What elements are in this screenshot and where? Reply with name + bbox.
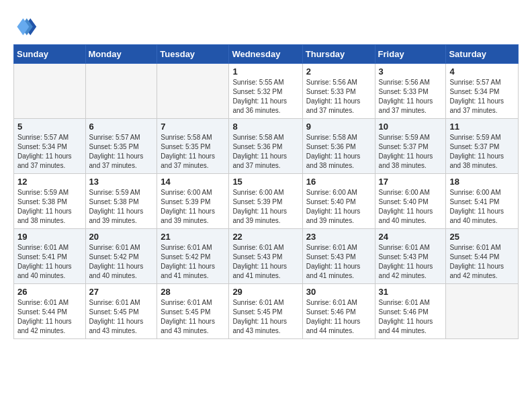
day-info: Sunrise: 5:57 AM Sunset: 5:34 PM Dayligh… [17,133,82,171]
day-info: Sunrise: 6:00 AM Sunset: 5:39 PM Dayligh… [161,188,225,226]
calendar-cell: 29Sunrise: 6:01 AM Sunset: 5:45 PM Dayli… [229,284,302,339]
calendar-cell [446,284,519,339]
calendar-cell: 26Sunrise: 6:01 AM Sunset: 5:44 PM Dayli… [14,284,86,339]
day-number: 27 [89,287,154,297]
day-number: 6 [89,122,154,132]
day-info: Sunrise: 5:59 AM Sunset: 5:37 PM Dayligh… [379,133,443,171]
calendar-week-row: 5Sunrise: 5:57 AM Sunset: 5:34 PM Daylig… [14,119,519,174]
day-number: 23 [306,232,371,242]
day-number: 24 [379,232,443,242]
calendar-header-row: SundayMondayTuesdayWednesdayThursdayFrid… [14,45,519,64]
day-info: Sunrise: 6:01 AM Sunset: 5:44 PM Dayligh… [17,298,82,336]
day-number: 29 [232,287,298,297]
day-number: 8 [232,122,298,132]
day-number: 22 [232,232,298,242]
day-info: Sunrise: 5:59 AM Sunset: 5:38 PM Dayligh… [17,188,82,226]
calendar-cell: 8Sunrise: 5:58 AM Sunset: 5:36 PM Daylig… [229,119,302,174]
header [13,11,519,38]
day-number: 19 [17,232,82,242]
calendar-week-row: 26Sunrise: 6:01 AM Sunset: 5:44 PM Dayli… [14,284,519,339]
day-number: 12 [17,177,82,187]
calendar-cell: 21Sunrise: 6:01 AM Sunset: 5:42 PM Dayli… [157,229,229,284]
calendar-cell: 9Sunrise: 5:58 AM Sunset: 5:36 PM Daylig… [302,119,375,174]
calendar-cell [85,64,157,119]
calendar-cell: 27Sunrise: 6:01 AM Sunset: 5:45 PM Dayli… [85,284,157,339]
day-number: 14 [161,177,225,187]
day-number: 1 [232,66,298,77]
calendar-cell: 24Sunrise: 6:01 AM Sunset: 5:43 PM Dayli… [375,229,446,284]
day-info: Sunrise: 5:56 AM Sunset: 5:33 PM Dayligh… [379,78,443,116]
day-number: 3 [379,66,443,77]
calendar-cell: 1Sunrise: 5:55 AM Sunset: 5:32 PM Daylig… [229,64,302,119]
day-number: 7 [161,122,225,132]
day-info: Sunrise: 6:01 AM Sunset: 5:45 PM Dayligh… [161,298,225,336]
day-info: Sunrise: 6:01 AM Sunset: 5:46 PM Dayligh… [379,298,443,336]
day-info: Sunrise: 5:58 AM Sunset: 5:35 PM Dayligh… [161,133,225,171]
day-info: Sunrise: 6:01 AM Sunset: 5:43 PM Dayligh… [379,243,443,281]
calendar-cell: 23Sunrise: 6:01 AM Sunset: 5:43 PM Dayli… [302,229,375,284]
day-number: 15 [232,177,298,187]
weekday-header: Friday [375,45,446,64]
calendar-week-row: 19Sunrise: 6:01 AM Sunset: 5:41 PM Dayli… [14,229,519,284]
calendar-cell: 19Sunrise: 6:01 AM Sunset: 5:41 PM Dayli… [14,229,86,284]
day-info: Sunrise: 5:58 AM Sunset: 5:36 PM Dayligh… [232,133,298,171]
calendar-cell: 12Sunrise: 5:59 AM Sunset: 5:38 PM Dayli… [14,174,86,229]
calendar-cell: 15Sunrise: 6:00 AM Sunset: 5:39 PM Dayli… [229,174,302,229]
calendar-cell: 22Sunrise: 6:01 AM Sunset: 5:43 PM Dayli… [229,229,302,284]
calendar-cell: 16Sunrise: 6:00 AM Sunset: 5:40 PM Dayli… [302,174,375,229]
day-number: 17 [379,177,443,187]
calendar-cell: 17Sunrise: 6:00 AM Sunset: 5:40 PM Dayli… [375,174,446,229]
day-number: 10 [379,122,443,132]
day-info: Sunrise: 5:57 AM Sunset: 5:35 PM Dayligh… [89,133,154,171]
calendar-week-row: 1Sunrise: 5:55 AM Sunset: 5:32 PM Daylig… [14,64,519,119]
day-info: Sunrise: 5:55 AM Sunset: 5:32 PM Dayligh… [232,78,298,116]
day-info: Sunrise: 6:01 AM Sunset: 5:45 PM Dayligh… [232,298,298,336]
day-info: Sunrise: 6:01 AM Sunset: 5:43 PM Dayligh… [306,243,371,281]
day-number: 5 [17,122,82,132]
calendar-week-row: 12Sunrise: 5:59 AM Sunset: 5:38 PM Dayli… [14,174,519,229]
day-number: 13 [89,177,154,187]
calendar-cell: 14Sunrise: 6:00 AM Sunset: 5:39 PM Dayli… [157,174,229,229]
calendar-cell: 28Sunrise: 6:01 AM Sunset: 5:45 PM Dayli… [157,284,229,339]
day-info: Sunrise: 5:58 AM Sunset: 5:36 PM Dayligh… [306,133,371,171]
day-number: 21 [161,232,225,242]
day-number: 11 [449,122,515,132]
day-info: Sunrise: 6:01 AM Sunset: 5:42 PM Dayligh… [161,243,225,281]
day-info: Sunrise: 6:01 AM Sunset: 5:45 PM Dayligh… [89,298,154,336]
calendar-cell: 7Sunrise: 5:58 AM Sunset: 5:35 PM Daylig… [157,119,229,174]
calendar-table: SundayMondayTuesdayWednesdayThursdayFrid… [13,44,519,339]
weekday-header: Thursday [302,45,375,64]
day-info: Sunrise: 5:56 AM Sunset: 5:33 PM Dayligh… [306,78,371,116]
day-info: Sunrise: 5:59 AM Sunset: 5:37 PM Dayligh… [449,133,515,171]
calendar-cell: 13Sunrise: 5:59 AM Sunset: 5:38 PM Dayli… [85,174,157,229]
weekday-header: Tuesday [157,45,229,64]
day-number: 2 [306,66,371,77]
calendar-cell: 31Sunrise: 6:01 AM Sunset: 5:46 PM Dayli… [375,284,446,339]
calendar-cell: 4Sunrise: 5:57 AM Sunset: 5:34 PM Daylig… [446,64,519,119]
calendar-cell: 5Sunrise: 5:57 AM Sunset: 5:34 PM Daylig… [14,119,86,174]
weekday-header: Monday [85,45,157,64]
weekday-header: Sunday [14,45,86,64]
day-number: 28 [161,287,225,297]
calendar-cell [157,64,229,119]
calendar-cell: 10Sunrise: 5:59 AM Sunset: 5:37 PM Dayli… [375,119,446,174]
calendar-cell: 3Sunrise: 5:56 AM Sunset: 5:33 PM Daylig… [375,64,446,119]
day-number: 9 [306,122,371,132]
day-number: 20 [89,232,154,242]
calendar-cell: 20Sunrise: 6:01 AM Sunset: 5:42 PM Dayli… [85,229,157,284]
calendar-cell: 2Sunrise: 5:56 AM Sunset: 5:33 PM Daylig… [302,64,375,119]
day-info: Sunrise: 5:59 AM Sunset: 5:38 PM Dayligh… [89,188,154,226]
logo [13,13,39,38]
day-number: 18 [449,177,515,187]
day-info: Sunrise: 6:01 AM Sunset: 5:41 PM Dayligh… [17,243,82,281]
day-number: 4 [449,66,515,77]
calendar-cell: 18Sunrise: 6:00 AM Sunset: 5:41 PM Dayli… [446,174,519,229]
logo-icon [13,13,38,38]
weekday-header: Saturday [446,45,519,64]
day-info: Sunrise: 6:00 AM Sunset: 5:41 PM Dayligh… [449,188,515,226]
day-number: 31 [379,287,443,297]
day-info: Sunrise: 6:00 AM Sunset: 5:40 PM Dayligh… [379,188,443,226]
day-info: Sunrise: 6:01 AM Sunset: 5:46 PM Dayligh… [306,298,371,336]
calendar-cell: 25Sunrise: 6:01 AM Sunset: 5:44 PM Dayli… [446,229,519,284]
calendar-cell: 6Sunrise: 5:57 AM Sunset: 5:35 PM Daylig… [85,119,157,174]
